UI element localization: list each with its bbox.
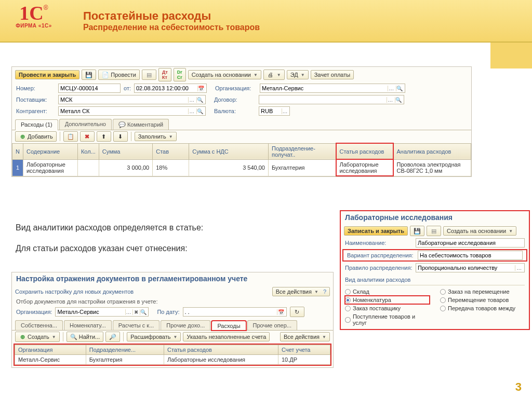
down-button[interactable]: ⬇ [113,131,128,142]
table-row[interactable]: Металл-Сервис Бухгалтерия Лабораторные и… [15,355,330,365]
create-button[interactable]: ⊕Создать▼ [15,332,60,342]
plus-icon: ⊕ [19,333,26,340]
tab-exp[interactable]: Расходы [211,321,246,331]
ed-button[interactable]: ЭД▼ [287,70,309,79]
col-qty[interactable]: Кол... [77,143,99,159]
post-close-button[interactable]: Провести и закрыть [15,70,79,79]
dist-field[interactable] [418,251,523,260]
doc-tabs: Расходы (1) Дополнительно 💬 Комментарий [12,119,471,130]
up-button[interactable]: ⬆ [97,131,111,142]
tab-expenses[interactable]: Расходы (1) [15,119,58,130]
save-icon: 💾 [85,71,92,78]
side-band [490,43,532,68]
radio-perem[interactable]: Перемещение товаров [440,296,525,304]
rcol-org[interactable]: Организация [15,345,86,355]
fill-button[interactable]: Заполнить▼ [135,132,177,141]
date-field[interactable]: 📅 [134,84,207,93]
find-button[interactable]: 🔍Найти... [66,332,104,342]
decode-button[interactable]: Расшифровать▼ [127,332,181,341]
slide-header [0,0,532,43]
ellipsis-icon[interactable]: … [388,86,395,91]
contract-field[interactable]: …🔍 [259,95,404,104]
tab-nom[interactable]: Номенклату... [64,320,112,330]
dtkt-button[interactable]: ДтКт [158,68,171,81]
doc-icon: ▤ [145,71,153,78]
title-block: Постатейные расходы Распределение на себ… [83,9,260,32]
regl-date-field[interactable]: 📅 [183,307,287,317]
radio-postuplenie[interactable]: Поступление товаров и услуг [345,312,430,327]
col-dept[interactable]: Подразделение-получат.. [269,143,336,159]
num-field[interactable] [58,84,121,93]
drcr-button[interactable]: DrCr [174,68,186,81]
regl-table: Организация Подразделение... Статья расх… [15,345,330,365]
regl-panel: Настройка отражения документов в регламе… [11,272,334,368]
calendar-icon[interactable]: 📅 [277,309,285,315]
create-based-button[interactable]: Создать на основании▼ [188,70,261,79]
save-new-link[interactable]: Сохранить настройку для новых документов [15,289,134,295]
col-analytics[interactable]: Аналитика расходов [393,143,471,159]
radio-sklad[interactable]: Склад [345,287,430,296]
col-content[interactable]: Содержание [23,143,77,159]
col-n[interactable]: N [12,143,23,159]
org-field[interactable]: …🔍 [260,84,405,93]
slide-subtitle: Распределение на себестоимость товаров [83,23,260,32]
expense-item-panel: Лабораторные исследования Записать и зак… [340,211,529,330]
filter-label: Отбор документов для настройки отражения… [12,297,333,306]
report-button[interactable]: ▤ [142,70,156,80]
rcol-item[interactable]: Статья расходов [164,345,278,355]
del-button[interactable]: ✖ [80,131,95,142]
all-actions-button[interactable]: Все действия▼? [272,287,330,296]
rule-field[interactable]: … [416,263,525,272]
name-field[interactable] [416,238,525,248]
rcol-acct[interactable]: Счет учета [278,345,330,355]
col-sum[interactable]: Сумма [99,143,152,159]
tab-other-op[interactable]: Прочие опер... [247,320,297,330]
all-actions-button2[interactable]: Все действия▼ [280,332,330,341]
add-row-button[interactable]: ⊕Добавить [15,131,57,142]
print-icon: 🖨 [267,71,274,78]
copy-button[interactable]: 📋 [63,131,78,142]
tab-other-inc[interactable]: Прочие дохо... [161,320,210,330]
calendar-icon[interactable]: 📅 [197,86,205,91]
create-based-button2[interactable]: Создать на основании▼ [443,226,516,236]
up-icon: ⬆ [100,133,108,140]
radio-zakaz-post[interactable]: Заказ поставщику [345,304,430,312]
save-icon: 💾 [414,227,421,235]
save-button[interactable]: 💾 [82,70,96,80]
supplier-field[interactable]: …🔍 [58,95,206,104]
table-row[interactable]: 1 Лабораторные исследования 3 000,00 18%… [12,159,471,176]
save-close-button[interactable]: Записать и закрыть [344,226,408,236]
col-sumvat[interactable]: Сумма с НДС [189,143,269,159]
print-button[interactable]: 🖨▼ [263,70,285,80]
clear-find-button[interactable]: 🔎 [105,332,120,342]
regl-title: Настройка отражения документов в регламе… [12,272,333,286]
tab-comment[interactable]: 💬 Комментарий [113,119,169,130]
radio-peredacha[interactable]: Передача товаров между [440,304,525,312]
exp-title: Лабораторные исследования [341,211,529,225]
radio-nomenklatura[interactable]: Номенклатура [345,296,430,304]
x-icon: ✖ [84,133,91,140]
copy-icon: 📋 [67,133,74,140]
doc-toolbar: Провести и закрыть 💾 📄Провести ▤ ДтКт Dr… [12,67,471,83]
radio-zakaz-perem[interactable]: Заказ на перемещение [440,287,525,296]
fill-empty-button[interactable]: Указать незаполненные счета [183,332,270,341]
tab-calc[interactable]: Расчеты с к... [113,320,160,330]
counterparty-field[interactable]: …🔍 [58,106,206,116]
regl-org-field[interactable]: …✖🔍 [55,307,149,317]
logo: 1C® ФИРМА «1С» [8,4,60,29]
col-expitem[interactable]: Статья расходов [336,143,393,159]
post-button[interactable]: 📄Провести [98,70,140,80]
doc-icon: ▤ [430,227,437,235]
tab-additional[interactable]: Дополнительно [59,119,112,130]
col-rate[interactable]: Став [153,143,189,159]
annotation-1: Вид аналитики расходов определяется в ст… [16,223,203,232]
pay-offset-button[interactable]: Зачет оплаты [311,70,354,79]
rcol-dept[interactable]: Подразделение... [86,345,164,355]
magnify-icon[interactable]: 🔍 [396,86,403,91]
tab-own[interactable]: Собственна... [15,320,63,330]
refresh-icon: ↻ [294,308,301,315]
save-button2[interactable]: 💾 [410,226,424,236]
currency-field[interactable]: … [259,106,290,116]
report-button2[interactable]: ▤ [427,226,441,236]
refresh-button[interactable]: ↻ [290,307,304,317]
